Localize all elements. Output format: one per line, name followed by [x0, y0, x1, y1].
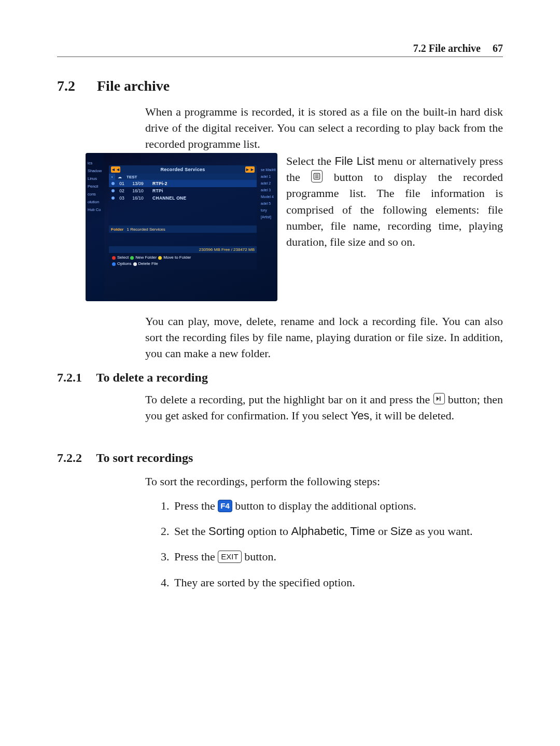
tv-title: Recorded Services: [122, 167, 243, 172]
header-section: 7.2 File archive: [413, 43, 481, 54]
svg-marker-4: [436, 397, 439, 401]
aside-paragraph: Select the File List menu or alternative…: [286, 153, 503, 250]
list-item: tory: [260, 207, 277, 214]
list-item: Shadow: [86, 167, 104, 175]
yes-term: Yes: [351, 409, 369, 422]
list-item: Hub Co: [86, 206, 104, 214]
list-item: ics: [86, 159, 104, 167]
tv-subhead-label: TEST: [123, 175, 137, 179]
step-2: 2.Set the Sorting option to Alphabetic, …: [161, 523, 503, 539]
subsection-title: To sort recordings: [96, 451, 193, 465]
screenshot-figure: icsShadowLinusPencilconsolutionHub Co se…: [86, 153, 277, 301]
red-dot-icon: [112, 256, 116, 260]
section-title: File archive: [97, 78, 170, 94]
tv-ui: icsShadowLinusPencilconsolutionHub Co se…: [86, 153, 277, 301]
subsection-heading-delete: 7.2.1 To delete a recording: [57, 371, 503, 385]
section-heading: 7.2 File archive: [57, 78, 503, 94]
list-item: Pencil: [86, 182, 104, 190]
step-3: 3.Press the EXIT button.: [161, 548, 503, 565]
folder-value: 1 Recorded Services: [127, 227, 165, 232]
blue-dot-icon: [112, 262, 116, 266]
after-figure-paragraph: You can play, move, delete, rename and l…: [145, 313, 503, 362]
tv-titlebar: ◄◄ Recorded Services ►►: [109, 165, 257, 174]
tv-subheader: › ☁ TEST: [109, 174, 257, 180]
list-item: adel 3: [260, 187, 277, 193]
subsection-title: To delete a recording: [96, 371, 208, 384]
header-page-number: 67: [493, 43, 503, 54]
legend-options: Options: [117, 261, 132, 267]
white-dot-icon: [133, 262, 137, 266]
exit-button-icon: EXIT: [218, 551, 241, 563]
cloud-icon: ☁: [116, 175, 123, 179]
f4-button-icon: F4: [218, 500, 232, 512]
yellow-dot-icon: [158, 256, 162, 260]
chevron-right-icon[interactable]: ›: [109, 174, 115, 180]
intro-paragraph: When a programme is recorded, it is stor…: [145, 104, 503, 152]
list-item: [Artist]: [260, 214, 277, 220]
sort-steps: 1.Press the F4 button to display the add…: [161, 498, 503, 600]
section-number: 7.2: [57, 78, 93, 94]
list-item: olution: [86, 198, 104, 206]
subsection-heading-sort: 7.2.2 To sort recordings: [57, 451, 503, 465]
list-item: adel 2: [260, 180, 277, 187]
list-item: adel 1: [260, 173, 277, 180]
tv-legend: Select New Folder Move to Folder Options…: [109, 253, 257, 270]
table-row[interactable]: 0316/10CHANNEL ONE: [109, 194, 257, 202]
step-4: 4.They are sorted by the specified optio…: [161, 574, 503, 590]
list-item: adel 5: [260, 200, 277, 207]
green-dot-icon: [130, 256, 134, 260]
legend-move: Move to Folder: [163, 255, 191, 261]
table-row[interactable]: 0113/09RTPi-2: [109, 180, 257, 187]
tv-status-bar: 230596 MB Free / 238472 MB: [109, 246, 257, 253]
tv-rows: 0113/09RTPi-20216/10RTPi0316/10CHANNEL O…: [109, 180, 257, 226]
sort-lead: To sort the recordings, perform the foll…: [145, 473, 503, 489]
legend-newfolder: New Folder: [135, 255, 157, 261]
document-page: 7.2 File archive 67 7.2 File archive Whe…: [0, 0, 560, 746]
subsection-number: 7.2.2: [57, 451, 93, 465]
filelist-term: File List: [334, 154, 374, 167]
tv-right-menu: se Madritadel 1adel 2adel 3Model 4adel 5…: [260, 153, 277, 301]
legend-delete: Delete File: [138, 261, 158, 267]
folder-label: Folder: [111, 227, 123, 232]
legend-select: Select: [117, 255, 129, 261]
skip-forward-button-icon: [433, 393, 445, 404]
next-arrow-icon[interactable]: ►►: [245, 166, 255, 173]
tv-panel: ◄◄ Recorded Services ►► › ☁ TEST 0113/09…: [109, 165, 257, 270]
step-1: 1.Press the F4 button to display the add…: [161, 498, 503, 514]
list-item: Model 4: [260, 193, 277, 200]
tv-left-menu: icsShadowLinusPencilconsolutionHub Co: [86, 153, 104, 301]
filelist-button-icon: [311, 170, 323, 182]
running-header: 7.2 File archive 67: [57, 43, 503, 57]
table-row[interactable]: 0216/10RTPi: [109, 187, 257, 194]
svg-rect-5: [439, 397, 440, 401]
list-item: se Madrit: [260, 166, 277, 173]
subsection-number: 7.2.1: [57, 371, 93, 385]
list-item: cons: [86, 190, 104, 198]
list-item: Linus: [86, 175, 104, 182]
delete-paragraph: To delete a recording, put the highlight…: [145, 391, 503, 424]
prev-arrow-icon[interactable]: ◄◄: [111, 166, 120, 173]
tv-folder-bar: Folder 1 Recorded Services: [109, 226, 257, 233]
